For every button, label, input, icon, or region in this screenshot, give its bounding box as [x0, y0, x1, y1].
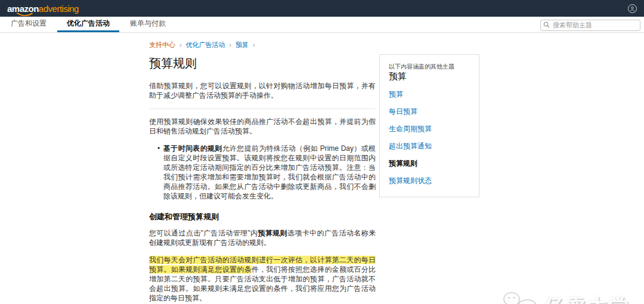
create-rule-paragraph: 您可以通过点击"广告活动管理"内预算规则选项卡中的广告活动名称来创建规则或更新现… — [149, 228, 376, 247]
sidebar-item-lifetime-budget[interactable]: 生命周期预算 — [389, 124, 470, 134]
evaluation-paragraph: 我们每天会对广告活动的活动规则进行一次评估，以计算第二天的每日预算。如果规则满足… — [149, 255, 376, 303]
breadcrumb-separator: › — [230, 42, 231, 48]
search-input[interactable] — [540, 20, 640, 31]
sidebar-item-out-of-budget-alert[interactable]: 超出预算通知 — [389, 141, 470, 151]
breadcrumb-separator: › — [179, 42, 181, 48]
sidebar-item-budget[interactable]: 预算 — [389, 89, 470, 100]
article: 预算规则 借助预算规则，您可以设置规则，以针对购物活动增加每日预算，并有助于减少… — [149, 54, 376, 304]
breadcrumb-separator: › — [253, 42, 255, 48]
schedule-rule-text: 允许您提前为特殊活动（例如 Prime Day）或根据自定义时段设置预算。该规则… — [163, 144, 376, 200]
user-account-icon[interactable] — [628, 4, 637, 13]
person-icon — [630, 6, 635, 11]
breadcrumb-budget[interactable]: 预算 — [236, 41, 249, 48]
sidebar-item-budget-rule-status[interactable]: 预算规则状态 — [389, 176, 470, 186]
page-content: 支持中心 › 优化广告活动 › 预算 › 预算规则 借助预算规则，您可以设置规则… — [0, 33, 644, 304]
related-topics-eyebrow: 以下内容涵盖的其他主题 — [389, 63, 470, 70]
tab-ads-and-settings[interactable]: 广告和设置 — [1, 17, 56, 32]
search-icon — [543, 21, 550, 28]
budget-rules-term: 预算规则 — [258, 229, 287, 237]
sidebar-item-budget-rules-current: 预算规则 — [389, 159, 470, 169]
sidebar-item-daily-budget[interactable]: 每日预算 — [389, 107, 470, 117]
amazon-advertising-logo[interactable]: amazonadvertising — [7, 4, 79, 14]
breadcrumb-optimize-campaigns[interactable]: 优化广告活动 — [185, 41, 225, 48]
related-topics-heading: 预算 — [389, 71, 470, 82]
rule-type-list: 基于时间表的规则允许您提前为特殊活动（例如 Prime Day）或根据自定义时段… — [157, 144, 376, 201]
top-navbar: amazonadvertising — [0, 0, 644, 17]
help-search — [540, 19, 640, 30]
amazon-smile-icon — [16, 13, 35, 17]
create-manage-heading: 创建和管理预算规则 — [149, 212, 376, 222]
breadcrumb-support-center[interactable]: 支持中心 — [149, 41, 175, 48]
overview-paragraph: 使用预算规则确保效果较佳的商品推广活动不会超出预算，并提前为假日和销售活动规划广… — [149, 117, 376, 136]
logo-advertising-text: advertising — [39, 4, 79, 14]
tab-optimize-campaigns[interactable]: 优化广告活动 — [57, 17, 119, 32]
create-rule-text: 您可以通过点击"广告活动管理"内 — [149, 229, 258, 237]
intro-paragraph: 借助预算规则，您可以设置规则，以针对购物活动增加每日预算，并有助于减少调整广告活… — [149, 81, 376, 100]
tab-billing-and-payments[interactable]: 账单与付款 — [120, 17, 175, 32]
section-tabbar: 广告和设置 优化广告活动 账单与付款 — [0, 17, 644, 33]
schedule-rule-item: 基于时间表的规则允许您提前为特殊活动（例如 Prime Day）或根据自定义时段… — [157, 144, 376, 201]
breadcrumb: 支持中心 › 优化广告活动 › 预算 › — [149, 41, 644, 49]
divider — [149, 108, 376, 109]
related-topics-box: 以下内容涵盖的其他主题 预算 预算 每日预算 生命周期预算 超出预算通知 预算规… — [379, 54, 479, 197]
schedule-rule-term: 基于时间表的规则 — [163, 144, 222, 153]
page-title: 预算规则 — [149, 55, 376, 72]
